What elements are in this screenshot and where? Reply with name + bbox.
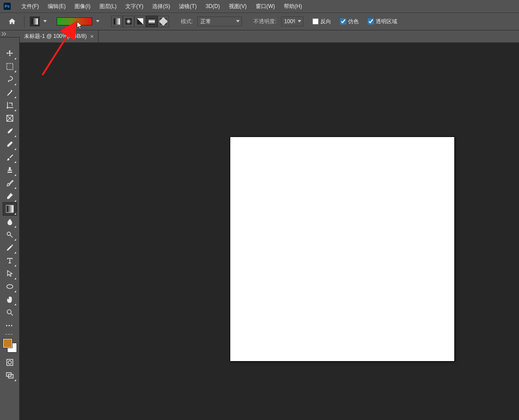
reverse-check-label: 反向 [320, 18, 331, 25]
gradient-type-group [111, 16, 169, 27]
gradient-swatch-icon [31, 18, 38, 25]
quick-mask-icon [6, 358, 14, 366]
menu-select[interactable]: 选择(S) [148, 1, 174, 12]
tool-panel: ••• [0, 37, 20, 420]
transparency-check[interactable]: 透明区域 [368, 18, 397, 25]
hand-icon [6, 295, 14, 304]
crop-tool[interactable] [3, 99, 17, 112]
blur-tool[interactable] [3, 216, 17, 228]
svg-rect-1 [114, 18, 120, 25]
chevron-down-icon [96, 20, 100, 23]
document-canvas[interactable] [230, 137, 454, 361]
svg-rect-5 [149, 18, 155, 25]
svg-rect-17 [8, 334, 10, 335]
screen-mode-toggle[interactable] [3, 369, 17, 382]
dither-checkbox[interactable] [340, 18, 346, 25]
color-swatches[interactable] [3, 339, 17, 352]
linear-gradient-icon [113, 17, 121, 25]
svg-point-15 [7, 310, 11, 314]
app-logo: Ps [4, 3, 11, 10]
type-tool[interactable] [3, 254, 17, 267]
path-select-tool[interactable] [3, 267, 17, 280]
menu-view[interactable]: 视图(V) [224, 1, 251, 12]
mode-label: 模式: [181, 18, 193, 25]
bandaid-icon [6, 140, 14, 148]
gradient-type-linear[interactable] [111, 16, 123, 27]
pen-tool[interactable] [3, 241, 17, 254]
eraser-icon [6, 192, 14, 200]
marquee-icon [6, 62, 14, 71]
radial-gradient-icon [125, 17, 133, 25]
healing-brush-tool[interactable] [3, 138, 17, 150]
eraser-tool[interactable] [3, 190, 17, 202]
home-button[interactable] [5, 16, 19, 27]
move-icon [6, 50, 14, 58]
document-tab-title: 未标题-1 @ 100%(RGB/8) [24, 33, 87, 40]
marquee-tool[interactable] [3, 60, 17, 73]
svg-point-13 [7, 232, 11, 236]
brush-tool[interactable] [3, 151, 17, 163]
eyedropper-tool[interactable] [3, 125, 17, 137]
tool-preset-dropdown[interactable] [42, 17, 48, 26]
history-brush-tool[interactable] [3, 177, 17, 189]
move-tool[interactable] [3, 47, 17, 60]
dodge-icon [6, 231, 14, 239]
quick-mask-toggle[interactable] [3, 356, 17, 369]
svg-point-14 [7, 285, 13, 289]
panel-collapse-strip[interactable] [0, 30, 20, 37]
gradient-picker-dropdown[interactable] [95, 17, 100, 26]
document-tab-bar: 未标题-1 @ 100%(RGB/8) × [0, 30, 519, 43]
pen-icon [6, 244, 14, 252]
gradient-tool[interactable] [3, 203, 17, 215]
foreground-color-swatch[interactable] [3, 339, 12, 348]
history-brush-icon [6, 179, 14, 187]
gradient-type-diamond[interactable] [158, 16, 169, 27]
clone-stamp-tool[interactable] [3, 164, 17, 176]
gradient-tool-icon [6, 205, 14, 213]
divider [24, 15, 25, 28]
svg-rect-19 [7, 359, 13, 366]
tool-preset-picker[interactable] [30, 17, 40, 26]
gradient-type-angle[interactable] [134, 16, 146, 27]
zoom-icon [6, 308, 14, 316]
opacity-select[interactable]: 100% [281, 17, 303, 26]
wand-icon [6, 88, 14, 96]
menu-type[interactable]: 文字(Y) [121, 1, 148, 12]
menu-filter[interactable]: 滤镜(T) [174, 1, 201, 12]
reverse-check[interactable]: 反向 [312, 18, 331, 25]
angle-gradient-icon [136, 17, 144, 25]
reverse-checkbox[interactable] [312, 18, 319, 25]
dodge-tool[interactable] [3, 229, 17, 241]
frame-icon [6, 114, 14, 122]
lasso-tool[interactable] [3, 73, 17, 86]
mode-select[interactable]: 正常 [197, 17, 242, 26]
menu-help[interactable]: 帮助(H) [279, 1, 307, 12]
transparency-check-label: 透明区域 [376, 18, 397, 25]
crop-icon [6, 101, 14, 109]
menu-window[interactable]: 窗口(W) [251, 1, 279, 12]
menu-layer[interactable]: 图层(L) [95, 1, 121, 12]
close-icon[interactable]: × [90, 33, 94, 40]
svg-point-3 [126, 19, 131, 24]
gradient-type-radial[interactable] [123, 16, 134, 27]
gradient-type-reflected[interactable] [146, 16, 158, 27]
quick-select-tool[interactable] [3, 86, 17, 99]
menu-file[interactable]: 文件(F) [17, 1, 43, 12]
diamond-gradient-icon [159, 17, 167, 25]
document-tab[interactable]: 未标题-1 @ 100%(RGB/8) × [20, 30, 99, 42]
gradient-editor-preview[interactable] [57, 17, 92, 25]
frame-tool[interactable] [3, 112, 17, 125]
svg-rect-0 [32, 18, 38, 25]
menu-image[interactable]: 图像(I) [70, 1, 95, 12]
reflected-gradient-icon [148, 17, 156, 25]
dither-check[interactable]: 仿色 [340, 18, 359, 25]
transparency-checkbox[interactable] [368, 18, 374, 25]
shape-tool[interactable] [3, 280, 17, 293]
edit-toolbar[interactable]: ••• [3, 319, 17, 332]
canvas-area[interactable] [20, 43, 519, 420]
hand-tool[interactable] [3, 293, 17, 306]
zoom-tool[interactable] [3, 306, 17, 319]
menu-3d[interactable]: 3D(D) [201, 1, 224, 11]
options-bar: 模式: 正常 不透明度: 100% 反向 仿色 透明区域 [0, 12, 519, 30]
menu-edit[interactable]: 编辑(E) [43, 1, 70, 12]
